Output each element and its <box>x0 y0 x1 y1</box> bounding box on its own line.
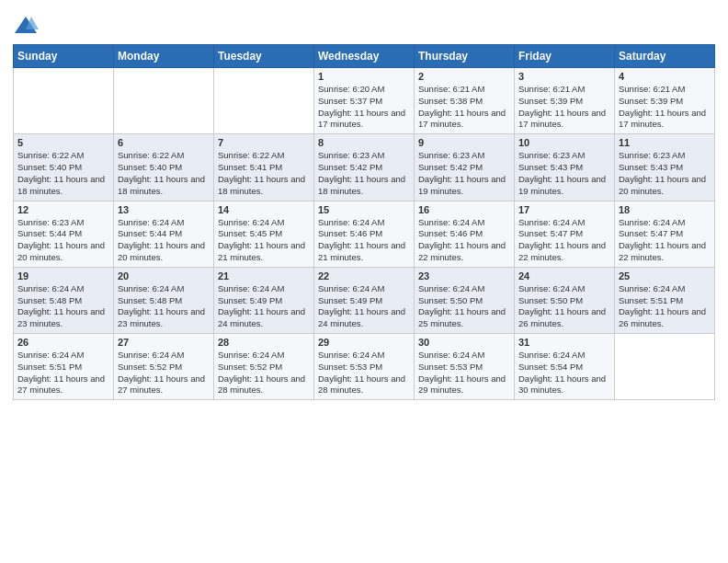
day-number: 11 <box>619 137 711 148</box>
day-info: Sunrise: 6:24 AM Sunset: 5:50 PM Dayligh… <box>518 283 610 330</box>
day-number: 22 <box>318 270 410 282</box>
day-info: Sunrise: 6:23 AM Sunset: 5:43 PM Dayligh… <box>518 150 610 197</box>
day-number: 23 <box>418 270 510 282</box>
calendar-cell: 21Sunrise: 6:24 AM Sunset: 5:49 PM Dayli… <box>214 267 314 333</box>
day-number: 16 <box>418 204 510 215</box>
calendar-cell: 10Sunrise: 6:23 AM Sunset: 5:43 PM Dayli… <box>515 134 615 201</box>
day-number: 4 <box>619 71 711 82</box>
calendar-cell: 12Sunrise: 6:23 AM Sunset: 5:44 PM Dayli… <box>14 201 114 267</box>
day-info: Sunrise: 6:24 AM Sunset: 5:48 PM Dayligh… <box>118 283 210 330</box>
day-number: 26 <box>17 337 109 348</box>
day-number: 3 <box>518 71 610 82</box>
day-info: Sunrise: 6:24 AM Sunset: 5:50 PM Dayligh… <box>418 283 510 330</box>
day-number: 2 <box>418 71 510 82</box>
calendar-cell <box>114 68 214 134</box>
header <box>13 9 715 39</box>
day-info: Sunrise: 6:21 AM Sunset: 5:38 PM Dayligh… <box>418 84 510 131</box>
day-number: 17 <box>518 204 610 215</box>
day-number: 25 <box>619 270 711 282</box>
day-info: Sunrise: 6:24 AM Sunset: 5:53 PM Dayligh… <box>418 350 510 396</box>
calendar-cell: 16Sunrise: 6:24 AM Sunset: 5:46 PM Dayli… <box>415 201 515 267</box>
calendar-cell: 27Sunrise: 6:24 AM Sunset: 5:52 PM Dayli… <box>114 334 214 400</box>
calendar-week-5: 26Sunrise: 6:24 AM Sunset: 5:51 PM Dayli… <box>14 334 715 400</box>
calendar-cell: 19Sunrise: 6:24 AM Sunset: 5:48 PM Dayli… <box>14 267 114 333</box>
day-number: 6 <box>118 137 210 148</box>
calendar-header-row: SundayMondayTuesdayWednesdayThursdayFrid… <box>14 45 715 68</box>
day-number: 14 <box>218 204 310 215</box>
day-number: 13 <box>118 204 210 215</box>
calendar-cell: 18Sunrise: 6:24 AM Sunset: 5:47 PM Dayli… <box>615 201 715 267</box>
day-info: Sunrise: 6:24 AM Sunset: 5:49 PM Dayligh… <box>218 283 310 330</box>
day-info: Sunrise: 6:24 AM Sunset: 5:53 PM Dayligh… <box>318 350 410 396</box>
day-info: Sunrise: 6:24 AM Sunset: 5:52 PM Dayligh… <box>118 350 210 396</box>
day-info: Sunrise: 6:20 AM Sunset: 5:37 PM Dayligh… <box>318 84 410 131</box>
calendar-cell: 3Sunrise: 6:21 AM Sunset: 5:39 PM Daylig… <box>515 68 615 134</box>
calendar-cell: 31Sunrise: 6:24 AM Sunset: 5:54 PM Dayli… <box>515 334 615 400</box>
day-number: 30 <box>418 337 510 348</box>
day-number: 31 <box>518 337 610 348</box>
calendar-cell <box>615 334 715 400</box>
calendar-cell: 8Sunrise: 6:23 AM Sunset: 5:42 PM Daylig… <box>314 134 415 201</box>
day-info: Sunrise: 6:24 AM Sunset: 5:46 PM Dayligh… <box>318 217 410 264</box>
day-number: 21 <box>218 270 310 282</box>
day-info: Sunrise: 6:24 AM Sunset: 5:49 PM Dayligh… <box>318 283 410 330</box>
calendar-cell: 15Sunrise: 6:24 AM Sunset: 5:46 PM Dayli… <box>314 201 415 267</box>
calendar-cell: 2Sunrise: 6:21 AM Sunset: 5:38 PM Daylig… <box>415 68 515 134</box>
day-info: Sunrise: 6:23 AM Sunset: 5:43 PM Dayligh… <box>619 150 711 197</box>
col-header-sunday: Sunday <box>14 45 114 68</box>
day-info: Sunrise: 6:23 AM Sunset: 5:42 PM Dayligh… <box>318 150 410 197</box>
calendar-week-4: 19Sunrise: 6:24 AM Sunset: 5:48 PM Dayli… <box>14 267 715 333</box>
day-number: 28 <box>218 337 310 348</box>
day-number: 19 <box>17 270 109 282</box>
day-info: Sunrise: 6:24 AM Sunset: 5:51 PM Dayligh… <box>619 283 711 330</box>
day-number: 5 <box>17 137 109 148</box>
day-info: Sunrise: 6:24 AM Sunset: 5:47 PM Dayligh… <box>619 217 711 264</box>
day-number: 10 <box>518 137 610 148</box>
day-info: Sunrise: 6:22 AM Sunset: 5:40 PM Dayligh… <box>118 150 210 197</box>
logo <box>13 13 40 39</box>
calendar-cell: 17Sunrise: 6:24 AM Sunset: 5:47 PM Dayli… <box>515 201 615 267</box>
day-number: 29 <box>318 337 410 348</box>
calendar-cell: 20Sunrise: 6:24 AM Sunset: 5:48 PM Dayli… <box>114 267 214 333</box>
day-info: Sunrise: 6:22 AM Sunset: 5:40 PM Dayligh… <box>17 150 109 197</box>
page: SundayMondayTuesdayWednesdayThursdayFrid… <box>0 0 728 563</box>
logo-icon <box>13 13 39 39</box>
day-number: 20 <box>118 270 210 282</box>
calendar-cell: 24Sunrise: 6:24 AM Sunset: 5:50 PM Dayli… <box>515 267 615 333</box>
col-header-monday: Monday <box>114 45 214 68</box>
day-info: Sunrise: 6:21 AM Sunset: 5:39 PM Dayligh… <box>619 84 711 131</box>
col-header-tuesday: Tuesday <box>214 45 314 68</box>
day-info: Sunrise: 6:24 AM Sunset: 5:44 PM Dayligh… <box>118 217 210 264</box>
calendar-cell: 30Sunrise: 6:24 AM Sunset: 5:53 PM Dayli… <box>415 334 515 400</box>
day-number: 24 <box>518 270 610 282</box>
day-info: Sunrise: 6:22 AM Sunset: 5:41 PM Dayligh… <box>218 150 310 197</box>
calendar-week-2: 5Sunrise: 6:22 AM Sunset: 5:40 PM Daylig… <box>14 134 715 201</box>
day-info: Sunrise: 6:21 AM Sunset: 5:39 PM Dayligh… <box>518 84 610 131</box>
calendar-cell: 28Sunrise: 6:24 AM Sunset: 5:52 PM Dayli… <box>214 334 314 400</box>
calendar-week-3: 12Sunrise: 6:23 AM Sunset: 5:44 PM Dayli… <box>14 201 715 267</box>
col-header-thursday: Thursday <box>415 45 515 68</box>
day-info: Sunrise: 6:24 AM Sunset: 5:52 PM Dayligh… <box>218 350 310 396</box>
day-number: 27 <box>118 337 210 348</box>
calendar-cell: 5Sunrise: 6:22 AM Sunset: 5:40 PM Daylig… <box>14 134 114 201</box>
day-number: 8 <box>318 137 410 148</box>
day-info: Sunrise: 6:24 AM Sunset: 5:51 PM Dayligh… <box>17 350 109 396</box>
col-header-friday: Friday <box>515 45 615 68</box>
calendar-cell: 25Sunrise: 6:24 AM Sunset: 5:51 PM Dayli… <box>615 267 715 333</box>
day-number: 7 <box>218 137 310 148</box>
day-info: Sunrise: 6:24 AM Sunset: 5:47 PM Dayligh… <box>518 217 610 264</box>
calendar-cell: 29Sunrise: 6:24 AM Sunset: 5:53 PM Dayli… <box>314 334 415 400</box>
calendar-cell <box>14 68 114 134</box>
calendar-cell: 14Sunrise: 6:24 AM Sunset: 5:45 PM Dayli… <box>214 201 314 267</box>
day-info: Sunrise: 6:24 AM Sunset: 5:48 PM Dayligh… <box>17 283 109 330</box>
calendar-cell: 11Sunrise: 6:23 AM Sunset: 5:43 PM Dayli… <box>615 134 715 201</box>
calendar-cell: 26Sunrise: 6:24 AM Sunset: 5:51 PM Dayli… <box>14 334 114 400</box>
col-header-wednesday: Wednesday <box>314 45 415 68</box>
calendar-cell: 7Sunrise: 6:22 AM Sunset: 5:41 PM Daylig… <box>214 134 314 201</box>
calendar-cell: 6Sunrise: 6:22 AM Sunset: 5:40 PM Daylig… <box>114 134 214 201</box>
calendar-cell <box>214 68 314 134</box>
col-header-saturday: Saturday <box>615 45 715 68</box>
calendar-cell: 23Sunrise: 6:24 AM Sunset: 5:50 PM Dayli… <box>415 267 515 333</box>
day-info: Sunrise: 6:24 AM Sunset: 5:45 PM Dayligh… <box>218 217 310 264</box>
day-number: 9 <box>418 137 510 148</box>
